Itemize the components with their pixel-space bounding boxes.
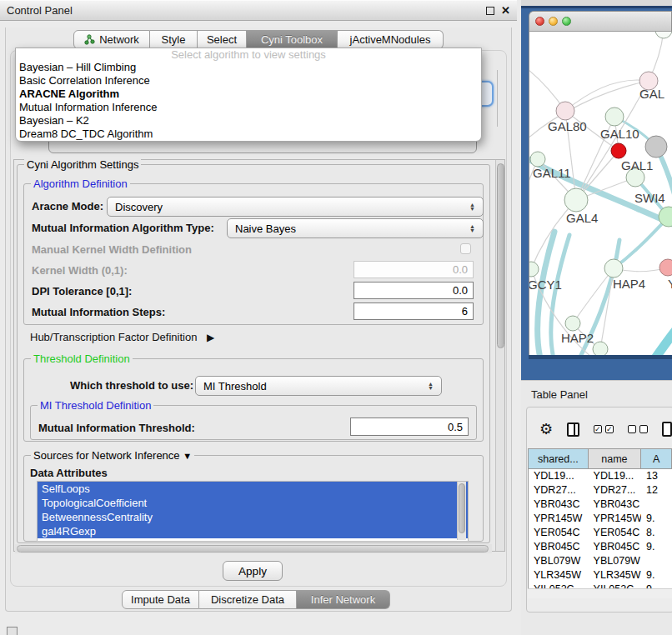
tab-style[interactable]: Style — [150, 30, 198, 49]
network-node-gcy1[interactable] — [529, 262, 539, 277]
table-horizontal-scrollbar[interactable] — [528, 588, 672, 598]
sources-title-text: Sources for Network Inference — [33, 449, 180, 462]
network-window-titlebar[interactable] — [529, 11, 672, 32]
network-node-y[interactable] — [659, 259, 672, 276]
gear-icon[interactable]: ⚙ — [539, 422, 553, 437]
attribute-list-item[interactable]: TopologicalCoefficient — [38, 496, 468, 510]
dpi-tolerance-field[interactable]: 0.0 — [354, 282, 474, 299]
network-node[interactable] — [611, 143, 626, 158]
table-row[interactable]: YER054CYER054C8. — [529, 526, 672, 540]
network-node[interactable] — [645, 136, 667, 158]
table-cell: YBR043C — [589, 498, 641, 512]
manual-kernel-width-checkbox[interactable] — [460, 243, 471, 254]
data-attributes-list[interactable]: SelfLoopsTopologicalCoefficientBetweenne… — [37, 481, 469, 542]
mi-algorithm-type-value: Naive Bayes — [235, 222, 296, 235]
mi-steps-field[interactable]: 6 — [354, 302, 474, 320]
aracne-mode-label: Aracne Mode: — [32, 200, 103, 212]
algorithm-option[interactable]: Mutual Information Inference — [16, 101, 481, 114]
algorithm-option[interactable]: Bayesian – K2 — [16, 114, 481, 128]
settings-vertical-scrollbar-thumb[interactable] — [497, 163, 504, 348]
hub-definition-label: Hub/Transcription Factor Definition — [30, 331, 197, 343]
expand-right-icon[interactable]: ▶ — [207, 332, 214, 343]
network-node-gal4[interactable] — [564, 188, 588, 212]
float-window-icon[interactable] — [486, 7, 494, 15]
table-cell — [641, 498, 672, 512]
which-threshold-combobox[interactable]: MI Threshold ▲▼ — [195, 376, 442, 396]
network-edge[interactable] — [614, 217, 669, 268]
table-row[interactable]: YPR145WYPR145W9. — [529, 512, 672, 526]
tab-discretize-data[interactable]: Discretize Data — [199, 590, 297, 609]
dpi-tolerance-value: 0.0 — [453, 284, 468, 297]
attribute-list-item[interactable]: gal4RGexp — [38, 524, 468, 538]
mi-threshold-group-title: MI Threshold Definition — [38, 399, 153, 412]
algorithm-option[interactable]: Dream8 DC_TDC Algorithm — [16, 128, 481, 141]
table-row[interactable]: YLR345WYLR345W9. — [529, 568, 672, 582]
table-row[interactable]: YBR043CYBR043C — [529, 498, 672, 512]
network-node[interactable] — [655, 32, 672, 38]
combo-stepper-icon: ▲▼ — [421, 382, 434, 390]
settings-vertical-scrollbar[interactable] — [495, 160, 504, 551]
tab-impute-data[interactable]: Impute Data — [122, 590, 199, 609]
settings-horizontal-scrollbar[interactable] — [15, 544, 492, 553]
collapse-down-icon[interactable]: ▼ — [183, 451, 192, 461]
attribute-list-item[interactable]: SelfLoops — [38, 482, 468, 496]
network-node-label: GAL80 — [548, 119, 587, 133]
window-minimize-icon[interactable] — [549, 17, 558, 26]
split-columns-icon[interactable] — [567, 422, 579, 437]
tab-jactivemnodules[interactable]: jActiveMNodules — [338, 30, 444, 49]
algorithm-option[interactable]: Bayesian – Hill Climbing — [16, 61, 481, 74]
close-icon[interactable]: ✕ — [501, 7, 510, 15]
document-icon[interactable] — [662, 422, 672, 437]
table-row[interactable]: YDL19...YDL19...13 — [529, 469, 672, 483]
tab-select[interactable]: Select — [198, 30, 247, 49]
aracne-mode-combobox[interactable]: Discovery ▲▼ — [107, 197, 484, 217]
network-node-hap4[interactable] — [604, 259, 623, 278]
deselect-all-columns-icon[interactable] — [628, 425, 648, 433]
attr-list-scrollbar-thumb[interactable] — [459, 483, 465, 533]
network-canvas[interactable]: GALGAL80GAL10GAL1GAL11GAL4SWI4GCY1HAP4YH… — [529, 32, 672, 355]
table-cell: YLR345W — [589, 568, 641, 582]
dpi-tolerance-label: DPI Tolerance [0,1]: — [32, 285, 132, 298]
attribute-list-item[interactable]: BetweennessCentrality — [38, 510, 468, 524]
data-attributes-label: Data Attributes — [30, 467, 108, 479]
table-cell: YDR27... — [529, 483, 589, 498]
network-node-label: GAL4 — [566, 211, 598, 225]
column-header-shared...[interactable]: shared... — [529, 449, 589, 468]
network-node-label: GAL10 — [600, 127, 639, 141]
attr-list-scrollbar[interactable] — [457, 482, 466, 540]
apply-button[interactable]: Apply — [223, 561, 283, 581]
network-node-gal10[interactable] — [605, 108, 624, 126]
network-node-gal80[interactable] — [556, 102, 574, 120]
column-header-name[interactable]: name — [589, 449, 641, 468]
tab-cyni-toolbox[interactable]: Cyni Toolbox — [247, 30, 338, 49]
table-cell: 9. — [641, 512, 672, 526]
network-edge[interactable] — [653, 308, 672, 355]
tab-label: Select — [207, 33, 237, 46]
tab-infer-network[interactable]: Infer Network — [297, 590, 390, 609]
kernel-width-field[interactable]: 0.0 — [354, 261, 474, 278]
table-row[interactable]: YBL079WYBL079W — [529, 554, 672, 568]
network-node-label: SWI4 — [634, 191, 665, 205]
column-header-A[interactable]: A — [641, 449, 672, 468]
network-node[interactable] — [593, 342, 608, 355]
node-table: shared...nameA YDL19...YDL19...13YDR27..… — [528, 448, 672, 598]
settings-horizontal-scrollbar-thumb[interactable] — [17, 545, 489, 552]
table-cell: 8. — [641, 526, 672, 540]
window-close-icon[interactable] — [535, 17, 544, 26]
select-all-columns-icon[interactable]: ✓ ✓ — [594, 425, 614, 433]
network-node-gal11[interactable] — [530, 152, 545, 167]
docked-window-icon[interactable] — [7, 627, 18, 635]
window-zoom-icon[interactable] — [562, 17, 571, 26]
combo-stepper-icon: ▲▼ — [463, 224, 475, 232]
table-cell: YDR27... — [589, 483, 641, 498]
table-cell: 9. — [641, 540, 672, 554]
table-row[interactable]: YDR27...YDR27...12 — [529, 483, 672, 498]
tab-network[interactable]: Network — [73, 30, 150, 49]
algorithm-option[interactable]: Basic Correlation Inference — [16, 74, 481, 88]
algorithm-option[interactable]: ARACNE Algorithm — [16, 88, 481, 101]
mi-threshold-field[interactable]: 0.5 — [350, 418, 469, 436]
table-row[interactable]: YBR045CYBR045C9. — [529, 540, 672, 554]
network-node-hap2[interactable] — [565, 316, 580, 331]
hub-definition-toggle[interactable]: Hub/Transcription Factor Definition ▶ — [30, 331, 214, 343]
mi-algorithm-type-combobox[interactable]: Naive Bayes ▲▼ — [227, 218, 484, 238]
